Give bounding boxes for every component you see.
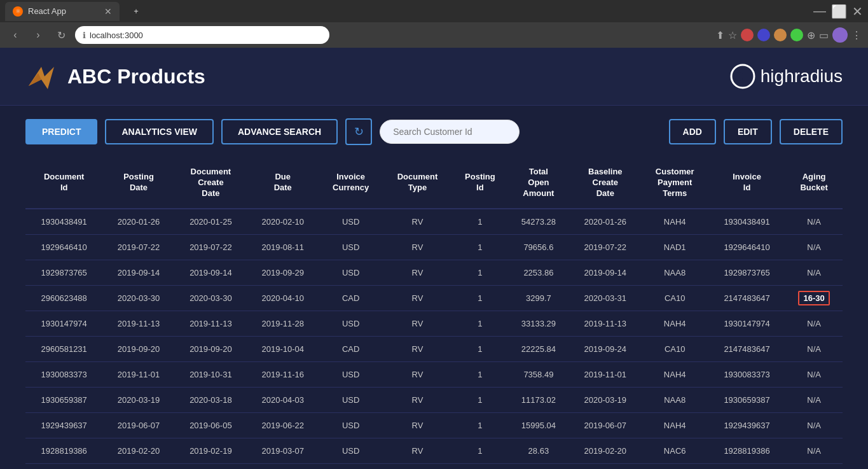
table-cell: 2253.86 <box>508 260 570 285</box>
table-cell: 2019-10-04 <box>247 336 319 361</box>
table-cell: 2019-02-19 <box>175 438 247 463</box>
col-header-total-open-amount: TotalOpenAmount <box>508 158 570 209</box>
table-cell: 2019-06-07 <box>102 412 174 438</box>
table-cell: N/A <box>785 260 843 285</box>
table-row[interactable]: 19301479742019-11-132019-11-132019-11-28… <box>25 311 843 336</box>
table-cell: NAH4 <box>642 209 708 235</box>
col-header-posting-date: PostingDate <box>102 158 174 209</box>
table-row[interactable]: 29605812312019-09-202019-09-202019-10-04… <box>25 336 843 361</box>
table-cell: USD <box>319 209 382 235</box>
table-cell: N/A <box>785 311 843 336</box>
extension-icon-3 <box>774 29 787 41</box>
table-row[interactable]: 19296464102019-07-222019-07-222019-08-11… <box>25 234 843 260</box>
table-cell: 79656.6 <box>508 234 570 260</box>
table-header-row: DocumentId PostingDate DocumentCreateDat… <box>25 158 843 209</box>
table-row[interactable]: 19298737652019-09-142019-09-142019-09-29… <box>25 260 843 285</box>
table-cell: 1930659387 <box>708 387 785 412</box>
table-cell: 2020-03-18 <box>175 387 247 412</box>
table-row[interactable]: 29606234882020-03-302020-03-302020-04-10… <box>25 285 843 311</box>
extensions-icon[interactable]: ⊕ <box>807 29 815 41</box>
table-row[interactable]: 19306593872020-03-192020-03-182020-04-03… <box>25 387 843 412</box>
table-cell: NAC6 <box>642 438 708 463</box>
profile-avatar[interactable] <box>832 27 848 43</box>
table-cell: 7358.49 <box>508 361 570 387</box>
table-cell: RV <box>383 285 452 311</box>
table-cell: 54273.28 <box>508 209 570 235</box>
table-cell: 2020-03-19 <box>569 387 641 412</box>
sidebar-icon[interactable]: ▭ <box>819 29 829 41</box>
table-row[interactable]: 19294396372019-06-072019-06-052019-06-22… <box>25 412 843 438</box>
table-cell: RV <box>383 438 452 463</box>
table-cell: 1930083373 <box>25 361 102 387</box>
col-header-posting-id: PostingId <box>452 158 507 209</box>
tab-close-icon[interactable]: ✕ <box>104 6 112 17</box>
table-cell: USD <box>319 260 382 285</box>
table-cell: 1 <box>452 361 507 387</box>
table-cell: RV <box>383 311 452 336</box>
refresh-button[interactable]: ↻ <box>345 118 372 145</box>
analytics-tab[interactable]: ANALYTICS VIEW <box>105 119 214 144</box>
col-header-document-id: DocumentId <box>25 158 102 209</box>
add-button[interactable]: ADD <box>669 119 716 144</box>
table-cell: 2960623488 <box>25 285 102 311</box>
table-cell: N/A <box>785 361 843 387</box>
browser-nav: ‹ › ↻ ℹ localhost:3000 ⬆ ☆ ⊕ ▭ ⋮ <box>0 22 868 48</box>
table-cell: 2020-03-31 <box>569 285 641 311</box>
back-button[interactable]: ‹ <box>6 26 24 44</box>
table-cell: 2019-11-16 <box>247 361 319 387</box>
table-cell: 1 <box>452 285 507 311</box>
tab-favicon: ⚛ <box>13 6 23 17</box>
reload-button[interactable]: ↻ <box>52 26 70 44</box>
bookmark-icon[interactable]: ☆ <box>728 29 737 41</box>
table-cell: 2020-02-10 <box>247 209 319 235</box>
table-cell: NAH4 <box>642 311 708 336</box>
table-cell: RV <box>383 387 452 412</box>
table-cell: 15995.04 <box>508 412 570 438</box>
app-header: ABC Products highradius <box>0 48 868 106</box>
table-cell: RV <box>383 234 452 260</box>
table-cell: 1 <box>452 260 507 285</box>
table-cell: 3299.7 <box>508 285 570 311</box>
new-tab-button[interactable]: + <box>125 2 148 21</box>
menu-icon[interactable]: ⋮ <box>851 29 862 41</box>
highradius-logo-icon <box>730 64 755 89</box>
table-cell: 2019-09-20 <box>175 336 247 361</box>
window-close-icon[interactable]: ✕ <box>852 4 863 19</box>
table-cell: 1929873765 <box>25 260 102 285</box>
table-cell: 1 <box>452 336 507 361</box>
table-row[interactable]: 19304384912020-01-262020-01-252020-02-10… <box>25 209 843 235</box>
minimize-icon[interactable]: — <box>813 4 826 19</box>
maximize-icon[interactable]: ⬜ <box>831 4 847 19</box>
table-row[interactable]: 19300833732019-11-012019-10-312019-11-16… <box>25 361 843 387</box>
advance-search-tab[interactable]: ADVANCE SEARCH <box>221 119 338 144</box>
table-row[interactable]: 19288193862019-02-202019-02-192019-03-07… <box>25 438 843 463</box>
col-header-document-type: DocumentType <box>383 158 452 209</box>
table-cell: 2019-02-20 <box>102 438 174 463</box>
url-text: localhost:3000 <box>90 31 143 40</box>
table-cell: CAD <box>319 336 382 361</box>
delete-button[interactable]: DELETE <box>780 119 843 144</box>
forward-button[interactable]: › <box>29 26 47 44</box>
table-body: 19304384912020-01-262020-01-252020-02-10… <box>25 209 843 464</box>
search-customer-input[interactable] <box>380 120 520 144</box>
svg-marker-0 <box>29 67 54 89</box>
table-cell: USD <box>319 234 382 260</box>
table-cell: NAA8 <box>642 387 708 412</box>
table-cell: 2019-09-14 <box>569 260 641 285</box>
table-cell: USD <box>319 387 382 412</box>
svg-point-3 <box>734 72 743 81</box>
table-cell: 2019-03-07 <box>247 438 319 463</box>
new-tab-icon: + <box>134 6 139 16</box>
share-icon[interactable]: ⬆ <box>716 29 724 41</box>
col-header-due-date: DueDate <box>247 158 319 209</box>
table-cell: 2020-01-26 <box>102 209 174 235</box>
table-cell: 2019-11-01 <box>102 361 174 387</box>
extension-icon-4 <box>790 29 803 41</box>
predict-tab[interactable]: PREDICT <box>25 119 97 144</box>
brand-logo-icon <box>25 60 57 92</box>
edit-button[interactable]: EDIT <box>724 119 772 144</box>
table-cell: 1 <box>452 209 507 235</box>
address-bar[interactable]: ℹ localhost:3000 <box>75 26 329 44</box>
table-cell: N/A <box>785 336 843 361</box>
table-cell: 11173.02 <box>508 387 570 412</box>
